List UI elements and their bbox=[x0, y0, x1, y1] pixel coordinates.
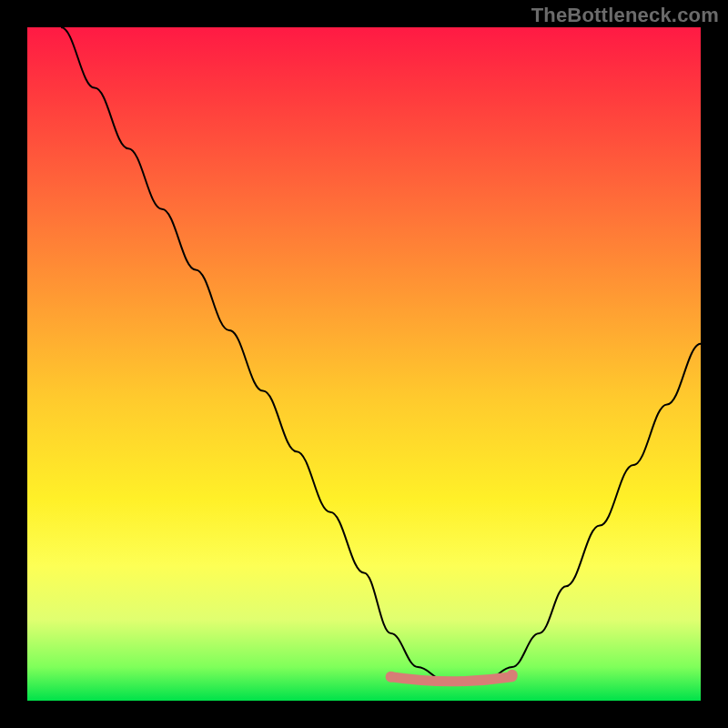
watermark-label: TheBottleneck.com bbox=[531, 4, 719, 27]
trough-dot-right bbox=[507, 670, 518, 681]
curve-line bbox=[61, 27, 701, 681]
chart-plot-area bbox=[27, 27, 701, 701]
curve-trough-accent bbox=[391, 677, 512, 682]
chart-frame: TheBottleneck.com bbox=[0, 0, 728, 728]
trough-dot-left bbox=[386, 672, 397, 682]
bottleneck-curve bbox=[27, 27, 701, 701]
